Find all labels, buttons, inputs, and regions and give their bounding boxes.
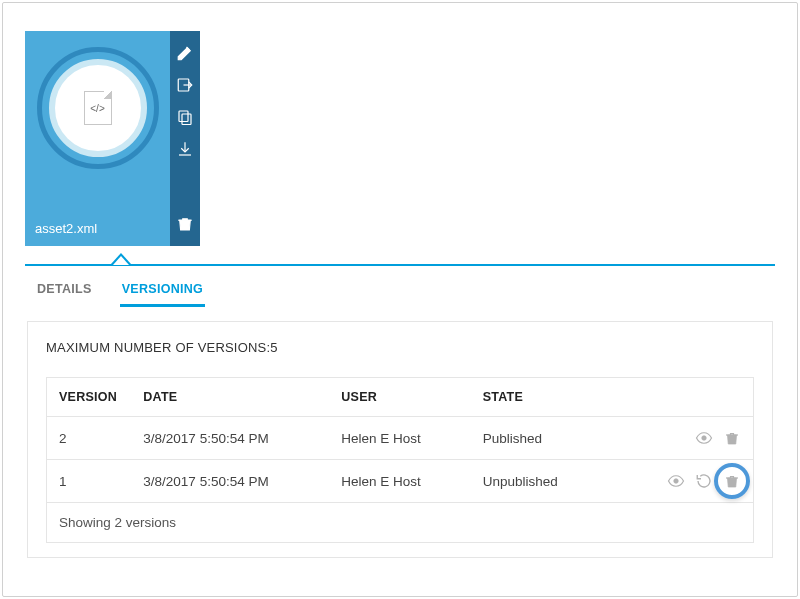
- cell-actions: [612, 460, 753, 503]
- tab-details[interactable]: DETAILS: [35, 276, 94, 307]
- cell-state: Published: [471, 417, 612, 460]
- cell-date: 3/8/2017 5:50:54 PM: [131, 460, 329, 503]
- col-state: STATE: [471, 378, 612, 417]
- tab-versioning[interactable]: VERSIONING: [120, 276, 206, 307]
- trash-icon[interactable]: [723, 472, 741, 490]
- cell-user: Helen E Host: [329, 460, 470, 503]
- preview-ring-inner: </>: [49, 59, 147, 157]
- cell-user: Helen E Host: [329, 417, 470, 460]
- file-icon: </>: [84, 91, 112, 125]
- col-version: VERSION: [47, 378, 132, 417]
- col-user: USER: [329, 378, 470, 417]
- max-versions-label: MAXIMUM NUMBER OF VERSIONS:: [46, 340, 270, 355]
- trash-icon[interactable]: [174, 213, 196, 235]
- cell-state: Unpublished: [471, 460, 612, 503]
- max-versions: MAXIMUM NUMBER OF VERSIONS:5: [46, 340, 754, 355]
- versions-table: VERSION DATE USER STATE 23/8/2017 5:50:5…: [46, 377, 754, 543]
- col-actions: [612, 378, 753, 417]
- versioning-panel: MAXIMUM NUMBER OF VERSIONS:5 VERSION DAT…: [27, 321, 773, 558]
- svg-rect-2: [182, 114, 191, 125]
- svg-rect-1: [179, 111, 188, 122]
- table-row: 13/8/2017 5:50:54 PMHelen E HostUnpublis…: [47, 460, 754, 503]
- cell-version: 1: [47, 460, 132, 503]
- eye-icon[interactable]: [667, 472, 685, 490]
- preview-ring-outer: </>: [37, 47, 159, 169]
- asset-tile: </> asset2.xml: [25, 31, 200, 246]
- svg-point-3: [702, 436, 707, 441]
- eye-icon[interactable]: [695, 429, 713, 447]
- asset-preview[interactable]: </> asset2.xml: [25, 31, 170, 246]
- asset-name: asset2.xml: [35, 221, 97, 236]
- svg-point-4: [674, 479, 679, 484]
- pencil-icon[interactable]: [174, 42, 196, 64]
- file-type-glyph: </>: [90, 103, 104, 114]
- restore-icon[interactable]: [695, 472, 713, 490]
- cell-version: 2: [47, 417, 132, 460]
- max-versions-value: 5: [270, 340, 277, 355]
- tabs: DETAILS VERSIONING: [25, 264, 775, 307]
- asset-tile-toolbar: [170, 31, 200, 246]
- download-icon[interactable]: [174, 138, 196, 160]
- versions-footer: Showing 2 versions: [47, 503, 754, 543]
- cell-date: 3/8/2017 5:50:54 PM: [131, 417, 329, 460]
- cell-actions: [612, 417, 753, 460]
- tab-pointer: [111, 253, 131, 264]
- export-icon[interactable]: [174, 74, 196, 96]
- col-date: DATE: [131, 378, 329, 417]
- trash-icon[interactable]: [723, 429, 741, 447]
- table-row: 23/8/2017 5:50:54 PMHelen E HostPublishe…: [47, 417, 754, 460]
- copy-icon[interactable]: [174, 106, 196, 128]
- versions-header-row: VERSION DATE USER STATE: [47, 378, 754, 417]
